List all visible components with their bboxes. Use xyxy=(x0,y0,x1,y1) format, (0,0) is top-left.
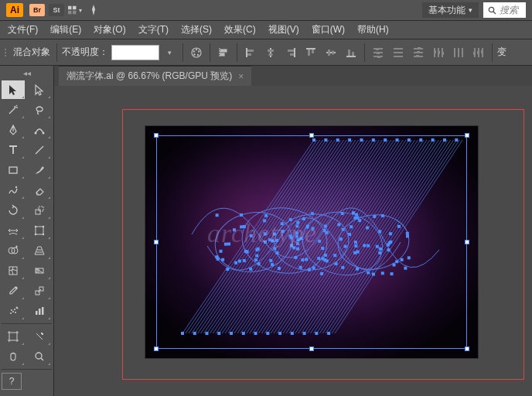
search-box[interactable]: 搜索 xyxy=(483,2,526,18)
menu-window[interactable]: 窗口(W) xyxy=(305,21,351,39)
symbol-sprayer-tool[interactable] xyxy=(2,302,25,320)
align-v-top-icon[interactable] xyxy=(302,44,319,61)
pen-tool[interactable] xyxy=(2,121,25,139)
svg-rect-42 xyxy=(397,48,400,50)
svg-rect-27 xyxy=(326,52,336,53)
selection-tool[interactable] xyxy=(2,80,25,99)
align-h-right-icon[interactable] xyxy=(282,44,299,61)
svg-rect-55 xyxy=(438,51,440,54)
opacity-dropdown-icon[interactable]: ▾ xyxy=(161,44,178,61)
line-segment-tool[interactable] xyxy=(28,141,51,159)
perspective-grid-tool[interactable] xyxy=(28,241,51,260)
dist-h-left-icon[interactable] xyxy=(430,44,447,61)
svg-rect-61 xyxy=(458,51,459,54)
document-tab-bar: 潮流字体.ai @ 66.67% (RGB/GPU 预览) × xyxy=(0,66,532,86)
svg-rect-98 xyxy=(9,333,17,340)
menu-view[interactable]: 视图(V) xyxy=(262,21,305,39)
selection-bounding-box[interactable] xyxy=(156,135,467,349)
menu-help[interactable]: 帮助(H) xyxy=(351,21,395,39)
rectangle-tool[interactable] xyxy=(2,161,25,179)
shaper-tool[interactable] xyxy=(2,181,25,200)
menu-select[interactable]: 选择(S) xyxy=(175,21,218,39)
gradient-tool[interactable] xyxy=(28,261,51,280)
svg-line-72 xyxy=(36,146,43,154)
svg-rect-26 xyxy=(312,50,314,53)
blend-tool[interactable] xyxy=(28,282,51,300)
transform-label[interactable]: 变 xyxy=(497,46,506,59)
svg-rect-95 xyxy=(36,311,38,315)
align-v-bottom-icon[interactable] xyxy=(343,44,360,61)
search-placeholder: 搜索 xyxy=(500,4,518,17)
gripper-icon[interactable] xyxy=(5,43,7,62)
paintbrush-tool[interactable] xyxy=(28,161,51,179)
recolor-artwork-icon[interactable] xyxy=(188,44,205,61)
opacity-input[interactable] xyxy=(111,45,159,60)
workspace-switcher[interactable]: 基本功能 ▾ xyxy=(422,2,479,18)
workspace-label: 基本功能 xyxy=(428,4,466,17)
svg-rect-32 xyxy=(352,52,354,56)
document-tab-title: 潮流字体.ai @ 66.67% (RGB/GPU 预览) xyxy=(66,70,232,83)
dist-v-top-icon[interactable] xyxy=(370,44,387,61)
align-h-center-icon[interactable] xyxy=(262,44,279,61)
menu-file[interactable]: 文件(F) xyxy=(2,21,44,39)
svg-line-100 xyxy=(41,358,43,360)
svg-rect-68 xyxy=(481,50,483,53)
dist-h-right-icon[interactable] xyxy=(470,44,487,61)
direct-selection-tool[interactable] xyxy=(28,80,51,99)
close-tab-icon[interactable]: × xyxy=(238,71,244,82)
zoom-tool[interactable] xyxy=(28,347,51,366)
svg-rect-56 xyxy=(442,52,444,55)
canvas[interactable]: archetype xyxy=(54,86,532,396)
menu-type[interactable]: 文字(T) xyxy=(132,21,175,39)
menu-object[interactable]: 对象(O) xyxy=(87,21,131,39)
magic-wand-tool[interactable] xyxy=(2,101,25,119)
svg-point-9 xyxy=(197,53,199,55)
shape-builder-tool[interactable] xyxy=(2,241,25,260)
eyedropper-tool[interactable] xyxy=(2,282,25,300)
svg-rect-30 xyxy=(346,56,356,57)
svg-rect-29 xyxy=(332,50,334,54)
dist-v-bottom-icon[interactable] xyxy=(410,44,427,61)
svg-rect-31 xyxy=(348,50,350,56)
svg-rect-75 xyxy=(36,210,40,214)
svg-point-87 xyxy=(15,287,18,289)
artboard[interactable]: archetype xyxy=(145,126,478,358)
help-button[interactable]: ? xyxy=(2,373,22,390)
scale-tool[interactable] xyxy=(28,201,51,220)
align-left-icon[interactable] xyxy=(215,44,232,61)
stock-badge[interactable]: St xyxy=(49,4,64,16)
svg-point-92 xyxy=(11,309,12,311)
menu-bar: 文件(F) 编辑(E) 对象(O) 文字(T) 选择(S) 效果(C) 视图(V… xyxy=(0,21,532,39)
align-h-left-icon[interactable] xyxy=(242,44,259,61)
free-transform-tool[interactable] xyxy=(28,221,51,240)
svg-point-74 xyxy=(15,186,17,188)
width-tool[interactable] xyxy=(2,221,25,240)
gpu-performance-icon[interactable] xyxy=(87,3,101,17)
eraser-tool[interactable] xyxy=(28,181,51,200)
rotate-tool[interactable] xyxy=(2,201,25,220)
svg-rect-20 xyxy=(269,53,273,56)
arrange-documents-icon[interactable]: ▾ xyxy=(68,3,82,17)
artboard-tool[interactable] xyxy=(2,327,25,346)
column-graph-tool[interactable] xyxy=(28,302,51,320)
align-v-center-icon[interactable] xyxy=(322,44,339,61)
mesh-tool[interactable] xyxy=(2,261,25,280)
collapse-tools-icon[interactable]: ◂◂ xyxy=(2,69,52,77)
curvature-tool[interactable] xyxy=(28,121,51,139)
document-tab[interactable]: 潮流字体.ai @ 66.67% (RGB/GPU 预览) × xyxy=(59,66,251,86)
title-bar: Ai Br St ▾ 基本功能 ▾ 搜索 xyxy=(0,0,532,21)
dist-v-center-icon[interactable] xyxy=(390,44,407,61)
bridge-badge[interactable]: Br xyxy=(29,4,45,16)
svg-rect-23 xyxy=(290,53,294,56)
svg-rect-50 xyxy=(416,55,419,56)
hand-tool[interactable] xyxy=(2,347,25,366)
type-tool[interactable] xyxy=(2,141,25,159)
dist-h-center-icon[interactable] xyxy=(450,44,467,61)
lasso-tool[interactable] xyxy=(28,101,51,119)
svg-rect-37 xyxy=(377,53,380,54)
menu-edit[interactable]: 编辑(E) xyxy=(44,21,87,39)
svg-rect-84 xyxy=(9,267,17,275)
control-bar: 混合对象 不透明度： ▾ 变 xyxy=(0,39,532,66)
menu-effect[interactable]: 效果(C) xyxy=(218,21,262,39)
slice-tool[interactable] xyxy=(28,327,51,346)
